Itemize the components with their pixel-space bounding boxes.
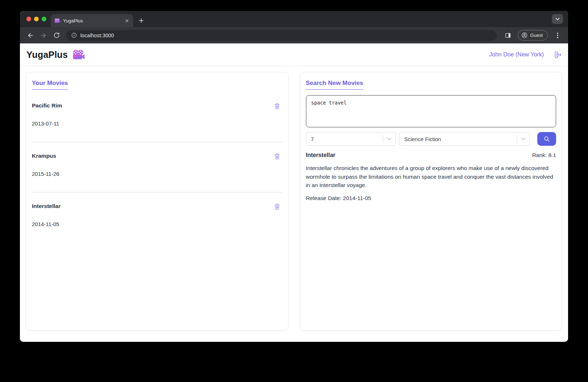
profile-label: Guest — [530, 33, 543, 38]
movie-release-date: 2013-07-11 — [32, 120, 282, 127]
browser-toolbar: localhost:3000 Guest — [20, 27, 568, 43]
your-movies-title: Your Movies — [32, 80, 68, 90]
search-icon — [543, 135, 550, 143]
movie-item-krampus: Krampus 2015-11-26 — [32, 142, 282, 192]
window-controls — [26, 17, 46, 21]
result-release-date: Release Date: 2014-11-05 — [306, 195, 556, 201]
movie-camera-logo-icon — [72, 49, 85, 60]
new-tab-button[interactable] — [136, 16, 146, 26]
chevron-down-icon — [383, 137, 395, 140]
delete-movie-button[interactable] — [274, 153, 281, 160]
movie-release-date: 2014-11-05 — [32, 221, 282, 227]
logout-icon[interactable] — [553, 51, 562, 59]
app-header: YugaPlus — [20, 43, 568, 66]
close-window-button[interactable] — [26, 17, 31, 21]
result-movie-title: Interstellar — [306, 152, 336, 158]
movie-list: Pacific Rim 2013-07-11 — [32, 92, 282, 242]
forward-button[interactable] — [38, 30, 49, 41]
tab-close-icon[interactable] — [124, 18, 130, 24]
maximize-window-button[interactable] — [42, 17, 46, 21]
rank-select[interactable]: 7 — [306, 132, 396, 146]
result-rank: Rank: 8.1 — [532, 152, 556, 158]
brand-name: YugaPlus — [26, 50, 68, 60]
delete-movie-button[interactable] — [274, 203, 281, 211]
browser-tab-yugaplus[interactable]: YugaPlus — [51, 14, 133, 27]
tab-search-chevron-button[interactable] — [552, 14, 563, 24]
search-movies-title: Search New Movies — [306, 80, 364, 90]
browser-window: YugaPlus localhost:3000 — [20, 11, 568, 342]
user-profile-link[interactable]: John Doe (New York) — [489, 51, 544, 58]
browser-tab-strip: YugaPlus — [20, 11, 568, 27]
search-controls: 7 Science Fiction — [306, 132, 556, 146]
movie-title: Krampus — [32, 153, 56, 159]
your-movies-panel: Your Movies Pacific Rim — [26, 72, 289, 331]
yugaplus-app: YugaPlus — [20, 43, 568, 342]
movie-title: Pacific Rim — [32, 102, 62, 109]
search-movies-panel: Search New Movies space travel 7 Science… — [300, 72, 563, 331]
site-info-icon[interactable] — [71, 33, 77, 38]
tab-favicon-movie-camera-icon — [54, 18, 60, 23]
movie-item-interstellar: Interstellar 2014-11-05 — [32, 192, 282, 242]
rank-select-value: 7 — [311, 136, 383, 142]
browser-menu-icon[interactable] — [552, 30, 563, 41]
back-button[interactable] — [25, 30, 36, 41]
delete-movie-button[interactable] — [274, 102, 281, 110]
result-description: Interstellar chronicles the adventures o… — [306, 164, 556, 190]
genre-select-value: Science Fiction — [404, 136, 517, 142]
address-bar[interactable]: localhost:3000 — [66, 30, 497, 41]
url-text: localhost:3000 — [80, 33, 114, 38]
side-panel-icon[interactable] — [503, 30, 513, 41]
main-content: Your Movies Pacific Rim — [20, 66, 568, 342]
browser-profile-button[interactable]: Guest — [518, 30, 548, 41]
search-result-header: Interstellar Rank: 8.1 — [306, 152, 556, 158]
reload-button[interactable] — [51, 30, 62, 41]
header-right: John Doe (New York) — [489, 51, 562, 59]
search-query-textarea[interactable]: space travel — [306, 95, 556, 127]
tab-title: YugaPlus — [63, 18, 121, 24]
movie-item-pacific-rim: Pacific Rim 2013-07-11 — [32, 92, 282, 142]
profile-avatar-icon — [521, 32, 528, 38]
brand: YugaPlus — [26, 49, 85, 60]
minimize-window-button[interactable] — [34, 17, 39, 21]
chevron-down-icon — [517, 137, 529, 140]
movie-title: Interstellar — [32, 203, 60, 209]
movie-release-date: 2015-11-26 — [32, 171, 282, 177]
genre-select[interactable]: Science Fiction — [399, 132, 530, 146]
search-button[interactable] — [537, 132, 556, 146]
